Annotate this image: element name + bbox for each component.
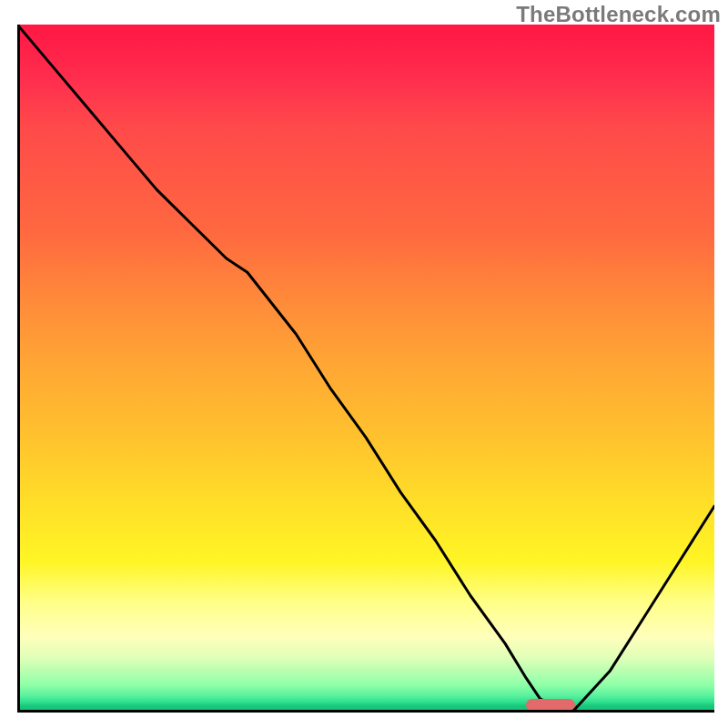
y-axis [17,25,20,713]
chart-container: TheBottleneck.com [0,0,728,728]
bottleneck-curve [17,25,714,713]
x-axis [17,710,714,713]
watermark-text: TheBottleneck.com [516,2,721,27]
plot-area [17,25,714,713]
